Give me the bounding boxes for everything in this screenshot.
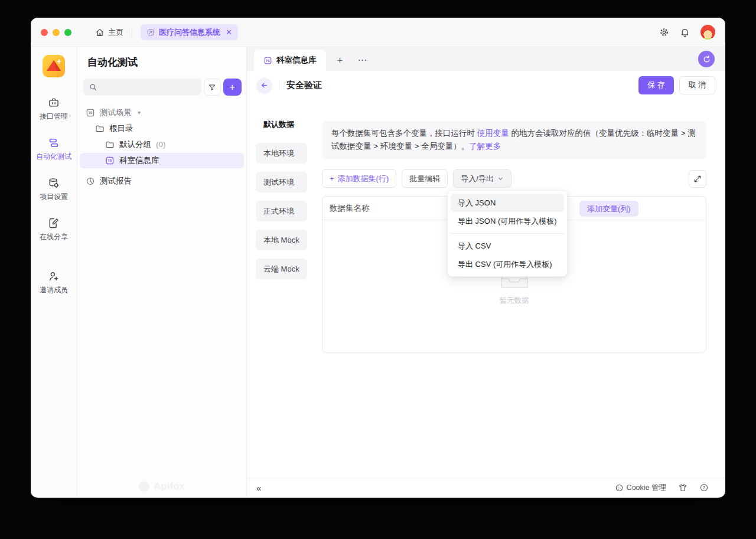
test-panel: 自动化测试 + TS 测试场景 ▾ 根目录 [77, 47, 247, 497]
tree-item-label: 测试报告 [100, 176, 132, 187]
menu-item-export-json[interactable]: 导出 JSON (可用作导入模板) [451, 212, 564, 230]
minimize-window-button[interactable] [53, 29, 60, 36]
sidebar-item-online-share[interactable]: 在线分享 [31, 217, 77, 242]
tree-item-root-folder[interactable]: 根目录 [77, 120, 246, 136]
sidebar-item-invite-members[interactable]: 邀请成员 [31, 270, 77, 295]
learn-more-link[interactable]: 了解更多 [469, 142, 501, 151]
test-tree: TS 测试场景 ▾ 根目录 默认分组 (0) TS 科室信息库 [77, 104, 246, 189]
titlebar: 主页 医疗问答信息系统 ✕ [31, 18, 725, 47]
tab-dataset[interactable]: TS 科室信息库 [254, 50, 326, 71]
module-sidebar: 接口管理 自动化测试 项目设置 在线分享 [31, 47, 77, 497]
tree-item-dataset-selected[interactable]: TS 科室信息库 [80, 153, 244, 168]
info-banner: 每个数据集可包含多个变量，接口运行时 使用变量 的地方会读取对应的值（变量优先级… [322, 121, 706, 159]
more-tabs-icon[interactable]: ⋯ [358, 54, 367, 66]
expand-icon [693, 175, 702, 183]
notifications-icon[interactable] [680, 27, 690, 37]
env-tab-cloud-mock[interactable]: 云端 Mock [256, 259, 307, 279]
user-avatar[interactable] [700, 25, 715, 40]
import-export-menu: 导入 JSON 导出 JSON (可用作导入模板) 导入 CSV 导出 CSV … [447, 190, 568, 277]
caret-down-icon[interactable]: ▾ [138, 109, 141, 116]
tree-item-test-scenes[interactable]: TS 测试场景 ▾ [77, 104, 246, 120]
arrow-left-icon [260, 81, 268, 89]
search-icon [89, 83, 97, 92]
plus-icon: + [330, 174, 334, 183]
sidebar-item-label: 邀请成员 [40, 285, 68, 295]
page-toolbar: 安全验证 保 存 取 消 [247, 71, 725, 99]
home-button[interactable]: 主页 [95, 27, 123, 38]
settings-icon[interactable] [659, 27, 669, 37]
batch-edit-button[interactable]: 批量编辑 [402, 169, 448, 188]
chevron-down-icon [497, 175, 504, 182]
ts-badge-icon: TS [105, 156, 115, 165]
import-export-button[interactable]: 导入/导出 [453, 169, 511, 188]
traffic-lights [41, 29, 71, 36]
help-icon: ? [699, 483, 709, 492]
svg-text:?: ? [703, 485, 705, 489]
project-tab[interactable]: 医疗问答信息系统 ✕ [141, 24, 238, 40]
toolbar-divider [279, 81, 279, 89]
menu-item-export-csv[interactable]: 导出 CSV (可用作导入模板) [451, 255, 564, 273]
project-icon [146, 28, 155, 37]
report-icon [86, 177, 95, 186]
search-box [83, 79, 201, 96]
collapse-sidebar-icon[interactable]: « [256, 484, 261, 492]
svg-text:TS: TS [266, 58, 270, 62]
theme-button[interactable] [678, 483, 687, 492]
env-tab-default-data[interactable]: 默认数据 [256, 114, 307, 135]
automated-testing-icon [48, 137, 60, 149]
dataset-actions: + 添加数据集(行) 批量编辑 导入/导出 [322, 169, 706, 188]
add-variable-column-button[interactable]: 添加变量(列) [579, 201, 638, 217]
help-button[interactable]: ? [699, 483, 709, 492]
apifox-logo[interactable] [43, 55, 65, 77]
new-test-scene-button[interactable]: + [223, 79, 242, 96]
menu-item-import-csv[interactable]: 导入 CSV [451, 237, 564, 255]
folder-icon [105, 140, 115, 149]
close-window-button[interactable] [41, 29, 48, 36]
app-window: 主页 医疗问答信息系统 ✕ [31, 18, 725, 498]
sidebar-item-api-management[interactable]: 接口管理 [31, 97, 77, 122]
panel-title: 自动化测试 [87, 55, 246, 69]
svg-text:TS: TS [88, 111, 92, 115]
tree-item-default-group[interactable]: 默认分组 (0) [77, 136, 246, 152]
new-tab-icon[interactable]: ＋ [335, 54, 345, 66]
env-tab-test[interactable]: 测试环境 [256, 172, 307, 192]
sidebar-item-label: 项目设置 [40, 192, 68, 202]
sidebar-item-project-settings[interactable]: 项目设置 [31, 177, 77, 202]
save-button[interactable]: 保 存 [638, 76, 674, 94]
env-tab-local-mock[interactable]: 本地 Mock [256, 230, 307, 250]
invite-members-icon [48, 270, 60, 282]
cookie-manager-button[interactable]: Cookie 管理 [615, 483, 666, 493]
folder-icon [95, 124, 105, 133]
filter-button[interactable] [204, 79, 221, 96]
tab-label: 科室信息库 [276, 55, 317, 66]
sidebar-item-automated-testing[interactable]: 自动化测试 [31, 137, 77, 162]
api-management-icon [48, 97, 60, 109]
add-dataset-row-button[interactable]: + 添加数据集(行) [322, 169, 396, 188]
watermark-logo-icon [139, 481, 149, 492]
back-button[interactable] [257, 78, 272, 93]
tree-item-test-reports[interactable]: 测试报告 [77, 173, 246, 189]
info-text: 每个数据集可包含多个变量，接口运行时 [331, 129, 477, 138]
sync-icon [702, 55, 711, 64]
tree-item-label: 默认分组 [119, 139, 151, 150]
empty-state-label: 暂无数据 [500, 296, 529, 306]
cookie-manager-label: Cookie 管理 [627, 483, 666, 493]
home-icon [95, 28, 105, 37]
project-settings-icon [48, 177, 60, 189]
menu-item-import-json[interactable]: 导入 JSON [451, 194, 564, 212]
menu-divider [451, 233, 564, 234]
environment-tabs: 默认数据 本地环境 测试环境 正式环境 本地 Mock 云端 Mock [256, 114, 307, 478]
column-header-dataset-name: 数据集名称 [330, 203, 370, 214]
env-tab-local[interactable]: 本地环境 [256, 143, 307, 164]
sync-button[interactable] [698, 51, 715, 67]
dataset-pane: 每个数据集可包含多个变量，接口运行时 使用变量 的地方会读取对应的值（变量优先级… [322, 121, 706, 478]
expand-table-button[interactable] [689, 170, 706, 188]
ts-badge-icon: TS [263, 56, 272, 65]
env-tab-production[interactable]: 正式环境 [256, 201, 307, 221]
zoom-window-button[interactable] [64, 29, 71, 36]
use-variable-link[interactable]: 使用变量 [477, 129, 509, 138]
close-project-tab-icon[interactable]: ✕ [226, 28, 232, 37]
search-input[interactable] [83, 79, 201, 96]
cancel-button[interactable]: 取 消 [679, 76, 715, 94]
add-row-label: 添加数据集(行) [338, 174, 389, 184]
